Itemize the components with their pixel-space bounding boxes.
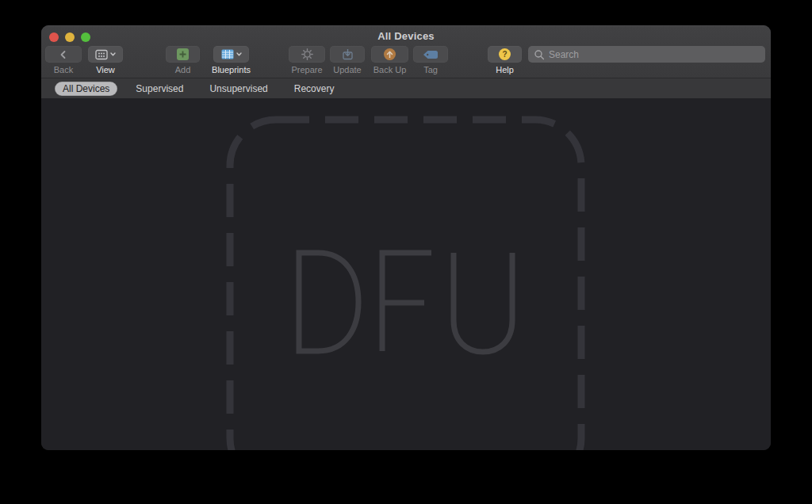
toolbar-item-update: Update [330,46,365,63]
add-button[interactable] [166,46,200,63]
toolbar-item-tag: Tag [413,46,448,63]
toolbar-item-view: View [88,46,123,63]
prepare-label: Prepare [291,65,322,74]
toolbar-item-help: ? Help [488,46,522,63]
grid-view-icon [95,49,108,60]
dashed-device-outline [230,120,581,450]
update-button[interactable] [330,46,365,63]
search-field-container [528,46,765,63]
tab-supervised[interactable]: Supervised [128,82,191,96]
window-title: All Devices [41,30,771,42]
tab-unsupervised[interactable]: Unsupervised [201,82,275,96]
tab-all-devices[interactable]: All Devices [55,82,117,96]
desktop-background: All Devices Back [0,0,812,504]
toolbar-item-prepare: Prepare [289,46,325,63]
app-window: All Devices Back [41,25,771,450]
back-label: Back [54,65,73,74]
chevron-down-icon [110,52,116,56]
tag-button[interactable] [413,46,448,63]
dfu-letters [299,253,512,352]
download-box-icon [342,48,354,60]
help-label: Help [496,65,514,74]
toolbar-item-backup: Back Up [371,46,408,63]
search-input[interactable] [528,46,765,63]
update-label: Update [333,65,361,74]
blueprints-label: Blueprints [212,65,251,74]
backup-button[interactable] [371,46,408,63]
add-label: Add [175,65,191,74]
toolbar-item-back: Back [45,46,82,63]
dfu-watermark: DFU [226,116,585,450]
blueprints-button[interactable] [213,46,249,63]
window-header: All Devices Back [41,25,771,78]
backup-label: Back Up [373,65,407,74]
question-glyph: ? [502,51,507,59]
gear-icon [301,48,313,60]
chevron-left-icon [59,50,68,59]
question-circle-icon: ? [499,48,511,60]
plus-icon [177,48,189,60]
prepare-button[interactable] [289,46,325,63]
back-button[interactable] [45,46,82,63]
chevron-down-icon [236,52,242,56]
help-button[interactable]: ? [488,46,522,63]
view-button[interactable] [88,46,123,63]
tab-recovery[interactable]: Recovery [286,82,343,96]
scope-bar: All Devices Supervised Unsupervised Reco… [41,78,771,98]
toolbar-item-add: Add [166,46,200,63]
device-list-area: DFU [41,98,771,450]
view-label: View [96,65,115,74]
up-arrow-circle-icon [384,48,396,60]
blueprint-grid-icon [221,49,234,59]
tag-label: Tag [423,65,438,74]
tag-icon [423,50,439,59]
toolbar-item-blueprints: Blueprints [213,46,249,63]
